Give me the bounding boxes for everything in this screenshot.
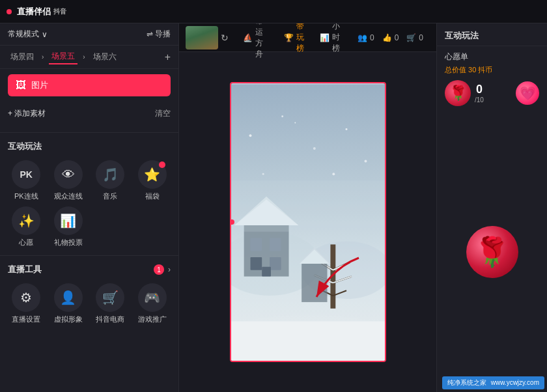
lucky-bag-badge <box>159 161 165 168</box>
ecommerce-icon-circle: 🛒 <box>96 283 124 312</box>
svg-point-34 <box>332 173 335 175</box>
scene-add-button[interactable]: + <box>165 51 171 63</box>
video-content <box>231 83 385 361</box>
svg-point-29 <box>281 115 283 117</box>
guide-button[interactable]: ⇌ 导播 <box>147 29 171 40</box>
destiny-ark-icon: ⛵ <box>243 33 253 42</box>
hour-rank-icon: 📊 <box>320 33 330 42</box>
tool-section-header: 直播工具 1 › <box>0 259 178 278</box>
clear-button[interactable]: 清空 <box>155 108 171 119</box>
tool-item-ecommerce[interactable]: 🛒 抖音电商 <box>92 283 129 324</box>
tool-item-avatar[interactable]: 👤 虚拟形象 <box>50 283 87 324</box>
game-icon: 🎮 <box>144 290 160 305</box>
interact-grid: PK PK连线 👁 观众连线 🎵 音乐 ⭐ <box>0 155 178 253</box>
large-rose-area: 🌹 <box>437 111 547 392</box>
hour-rank-label: 小时榜 <box>332 23 342 54</box>
divider-2 <box>0 255 178 256</box>
likes-count: 0 <box>395 33 399 42</box>
image-card[interactable]: 🖼 图片 <box>8 74 171 96</box>
tool-item-live-settings[interactable]: ⚙ 直播设置 <box>8 283 45 324</box>
svg-rect-2 <box>231 321 385 359</box>
wish-number: 0 <box>476 83 483 96</box>
scene-tab-4[interactable]: 场景四 <box>8 50 36 64</box>
interact-item-music[interactable]: 🎵 音乐 <box>92 160 129 201</box>
mode-bar: 常规模式 ∨ ⇌ 导播 <box>0 23 178 46</box>
platform-name: 抖音 <box>53 7 66 16</box>
avatar-icon: 👤 <box>60 290 76 305</box>
tools-title: 直播工具 <box>8 264 42 275</box>
cart-icon: 🛒 <box>406 33 416 42</box>
svg-rect-11 <box>270 257 281 270</box>
ecommerce-label: 抖音电商 <box>96 315 124 324</box>
interact-section-title: 互动玩法 <box>0 135 178 155</box>
interact-item-audience[interactable]: 👁 观众连线 <box>50 160 87 201</box>
interact-item-lucky-bag[interactable]: ⭐ 福袋 <box>134 160 171 201</box>
svg-rect-9 <box>270 238 281 251</box>
add-material-row: + 添加素材 清空 <box>8 103 171 124</box>
wish-section-title: 心愿单 <box>445 51 539 63</box>
tools-right: 1 › <box>154 264 171 275</box>
center-panel: ↻ ⛵ 命运方舟 🏆 带玩榜 📊 小时榜 👥 <box>179 23 436 392</box>
scene-arrow-2: › <box>83 53 85 61</box>
image-icon: 🖼 <box>16 79 26 91</box>
scene-tab-6[interactable]: 场景六 <box>91 50 119 64</box>
live-settings-label: 直播设置 <box>12 315 40 324</box>
tools-arrow[interactable]: › <box>168 265 171 274</box>
watermark: 纯净系统之家 www.ycwjzy.com <box>442 376 544 389</box>
game-label: 游戏推广 <box>138 315 167 324</box>
svg-rect-12 <box>262 267 271 277</box>
top-bar: 直播伴侣 抖音 <box>0 0 547 23</box>
interact-item-gift-vote[interactable]: 📊 礼物投票 <box>50 206 87 247</box>
wish-icon-circle: ✨ <box>12 206 40 235</box>
left-panel: 常规模式 ∨ ⇌ 导播 场景四 › 场景五 › 场景六 + 🖼 图片 + 添 <box>0 23 179 392</box>
svg-point-33 <box>262 173 264 175</box>
likes-icon: 👍 <box>382 33 392 42</box>
gift-vote-icon-circle: 📊 <box>54 206 83 235</box>
interact-item-wish[interactable]: ✨ 心愿 <box>8 206 45 247</box>
center-top-bar: ↻ ⛵ 命运方舟 🏆 带玩榜 📊 小时榜 👥 <box>179 23 436 52</box>
music-icon: 🎵 <box>102 167 119 182</box>
play-rank-icon: 🏆 <box>284 33 294 42</box>
svg-point-30 <box>313 147 315 150</box>
large-rose-display: 🌹 <box>466 226 518 278</box>
watermark-url: www.ycwjzy.com <box>491 379 539 386</box>
tool-item-game[interactable]: 🎮 游戏推广 <box>134 283 171 324</box>
gift-vote-icon: 📊 <box>60 213 76 229</box>
scene-arrow-1: › <box>42 53 44 61</box>
lucky-bag-icon: ⭐ <box>144 167 160 182</box>
live-settings-icon-circle: ⚙ <box>12 283 40 312</box>
scene-tabs: 场景四 › 场景五 › 场景六 + <box>0 46 178 69</box>
svg-rect-27 <box>231 180 385 232</box>
scene-tab-5[interactable]: 场景五 <box>49 49 77 64</box>
audience-label: 观众连线 <box>54 191 83 201</box>
svg-rect-24 <box>302 264 327 302</box>
pk-label: PK连线 <box>14 191 38 201</box>
right-panel: 互动玩法 心愿单 总价值 30 抖币 🌹 0 /10 💗 🌹 <box>436 23 547 392</box>
audience-icon: 👁 <box>62 167 75 182</box>
add-material-label: + 添加素材 <box>8 108 46 119</box>
audience-icon-circle: 👁 <box>54 160 83 189</box>
music-label: 音乐 <box>103 191 117 201</box>
app-name: 直播伴侣 <box>17 6 51 18</box>
add-material-button[interactable]: + 添加素材 <box>8 108 46 119</box>
mode-selector[interactable]: 常规模式 ∨ <box>8 29 48 40</box>
wish-item: 🌹 0 /10 💗 <box>445 80 539 106</box>
wish-value: 30 <box>468 66 476 74</box>
refresh-icon[interactable]: ↻ <box>221 33 229 43</box>
app-logo: 直播伴侣 抖音 <box>17 6 66 18</box>
play-rank-label: 带玩榜 <box>296 23 306 54</box>
mode-arrow: ∨ <box>42 30 48 39</box>
snow-scene-svg <box>231 83 385 361</box>
mode-label: 常规模式 <box>8 29 39 40</box>
image-label: 图片 <box>31 79 48 91</box>
live-settings-icon: ⚙ <box>20 290 32 305</box>
ecommerce-icon: 🛒 <box>102 290 119 305</box>
stat-cart: 🛒 0 <box>406 33 423 42</box>
avatar-icon-circle: 👤 <box>54 283 83 312</box>
wish-heart-icon: 💗 <box>516 81 539 105</box>
divider-1 <box>0 132 178 133</box>
interact-item-pk[interactable]: PK PK连线 <box>8 160 45 201</box>
main-layout: 常规模式 ∨ ⇌ 导播 场景四 › 场景五 › 场景六 + 🖼 图片 + 添 <box>0 23 547 392</box>
right-panel-title: 互动玩法 <box>437 23 547 46</box>
viewers-count: 0 <box>370 33 374 42</box>
